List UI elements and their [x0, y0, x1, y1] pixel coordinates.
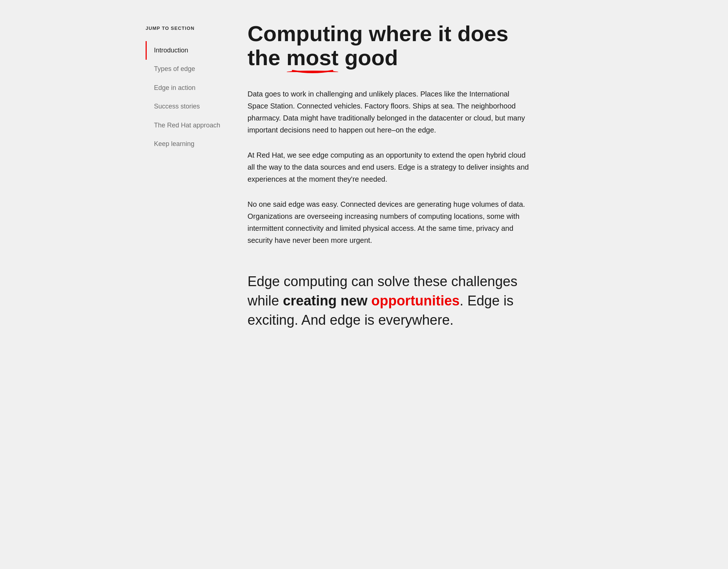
body-paragraph-3: No one said edge was easy. Connected dev… — [248, 198, 531, 246]
body-paragraphs: Data goes to work in challenging and unl… — [248, 88, 531, 246]
body-paragraph-1: Data goes to work in challenging and unl… — [248, 88, 531, 136]
closing-statement: Edge computing can solve these challenge… — [248, 272, 531, 330]
closing-highlight: opportunities — [371, 293, 460, 308]
sidebar: JUMP TO SECTION IntroductionTypes of edg… — [146, 22, 226, 547]
hero-title: Computing where it does the most good — [248, 22, 531, 70]
nav-item-introduction[interactable]: Introduction — [146, 41, 226, 60]
hero-title-the: the — [248, 46, 286, 70]
hero-title-line1: Computing where it does — [248, 21, 509, 46]
body-paragraph-2: At Red Hat, we see edge computing as an … — [248, 149, 531, 185]
underline-svg — [286, 69, 339, 74]
hero-title-most: most — [286, 46, 339, 70]
nav-item-success-stories[interactable]: Success stories — [146, 97, 226, 116]
sidebar-label: JUMP TO SECTION — [146, 25, 226, 31]
nav-item-red-hat-approach[interactable]: The Red Hat approach — [146, 116, 226, 135]
page-container: JUMP TO SECTION IntroductionTypes of edg… — [146, 22, 582, 547]
nav-item-types-of-edge[interactable]: Types of edge — [146, 60, 226, 78]
closing-bold: creating new opportunities — [283, 293, 460, 308]
hero-title-good: good — [339, 46, 398, 70]
hero-title-line2: the most good — [248, 46, 398, 70]
main-content: Computing where it does the most good Da… — [248, 22, 531, 547]
nav-item-edge-in-action[interactable]: Edge in action — [146, 79, 226, 97]
nav-item-keep-learning[interactable]: Keep learning — [146, 135, 226, 153]
nav-list: IntroductionTypes of edgeEdge in actionS… — [146, 41, 226, 153]
